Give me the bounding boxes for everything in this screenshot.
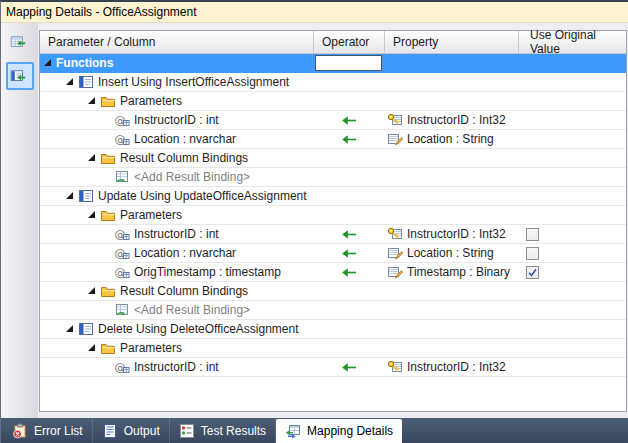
parameter-column-cell: @OrigTimestamp : timestamp [40, 263, 311, 281]
row-label: OrigTimestamp : timestamp [134, 265, 281, 279]
property-label: InstructorID : Int32 [407, 360, 506, 374]
row-label: InstructorID : int [134, 360, 219, 374]
expander-icon[interactable] [88, 154, 95, 161]
tab-output[interactable]: Output [93, 418, 170, 443]
use-original-value-cell [518, 225, 626, 243]
expander-icon[interactable] [66, 192, 73, 199]
use-original-value-cell [518, 263, 626, 281]
operator-cell [313, 111, 384, 129]
row-label: InstructorID : int [134, 113, 219, 127]
parameter-column-cell: @Location : nvarchar [40, 130, 311, 148]
parameter-column-cell: @InstructorID : int [40, 225, 311, 243]
table-row[interactable]: Update Using UpdateOfficeAssignment [40, 187, 626, 206]
tab-error-list[interactable]: Error List [3, 418, 93, 443]
operator-cell [313, 187, 384, 205]
table-row[interactable]: @InstructorID : intInstructorID : Int32 [40, 358, 626, 377]
parameter-icon: @ [114, 245, 130, 261]
table-row[interactable]: @InstructorID : intInstructorID : Int32 [40, 111, 626, 130]
expander-icon[interactable] [66, 325, 73, 332]
parameter-icon: @ [114, 264, 130, 280]
left-arrow-icon [341, 248, 357, 259]
parameter-icon: @ [114, 131, 130, 147]
table-row[interactable]: Insert Using InsertOfficeAssignment [40, 73, 626, 92]
operator-cell [313, 301, 384, 319]
error-list-icon [12, 423, 28, 439]
table-row[interactable]: @Location : nvarcharLocation : String [40, 244, 626, 263]
table-row[interactable]: @Location : nvarcharLocation : String [40, 130, 626, 149]
column-header-parameter-column: Parameter / Column [40, 31, 313, 53]
table-row[interactable]: @OrigTimestamp : timestampTimestamp : Bi… [40, 263, 626, 282]
mapping-details-window: Mapping Details - OfficeAssignment Param… [0, 0, 628, 443]
expander-icon[interactable] [66, 78, 73, 85]
folder-icon [100, 93, 116, 109]
side-toolbar [1, 23, 38, 418]
row-label: Location : nvarchar [134, 246, 236, 260]
grid-header: Parameter / Column Operator Property Use… [40, 31, 626, 54]
tab-label: Test Results [201, 424, 266, 438]
table-row[interactable]: Result Column Bindings [40, 149, 626, 168]
table-row[interactable]: Functions [40, 54, 626, 73]
stored-procedure-icon [78, 74, 94, 90]
tab-label: Mapping Details [307, 424, 393, 438]
row-label: <Add Result Binding> [134, 303, 250, 317]
scalar-property-icon [387, 131, 403, 147]
row-label: Location : nvarchar [134, 132, 236, 146]
tab-label: Error List [34, 424, 83, 438]
use-original-value-checkbox[interactable] [526, 228, 539, 241]
key-property-icon [387, 112, 403, 128]
table-row[interactable]: Parameters [40, 339, 626, 358]
property-label: InstructorID : Int32 [407, 113, 506, 127]
use-original-value-checkbox[interactable] [526, 266, 539, 279]
parameter-icon: @ [114, 359, 130, 375]
left-arrow-icon [341, 362, 357, 373]
operator-cell [313, 54, 384, 72]
row-label: <Add Result Binding> [134, 170, 250, 184]
operator-cell [313, 339, 384, 357]
scalar-property-icon [387, 264, 403, 280]
table-row[interactable]: Parameters [40, 206, 626, 225]
table-row[interactable]: Result Column Bindings [40, 282, 626, 301]
left-arrow-icon [341, 267, 357, 278]
parameter-column-cell: @InstructorID : int [40, 111, 311, 129]
expander-icon[interactable] [88, 211, 95, 218]
mapping-grid: Parameter / Column Operator Property Use… [39, 30, 627, 412]
operator-cell [313, 73, 384, 91]
parameter-icon: @ [114, 226, 130, 242]
table-row[interactable]: Parameters [40, 92, 626, 111]
operator-cell [313, 130, 384, 148]
map-entity-to-functions-button[interactable] [6, 62, 34, 90]
folder-icon [100, 340, 116, 356]
parameter-column-cell: Parameters [40, 92, 311, 110]
use-original-value-cell [518, 244, 626, 262]
expander-icon[interactable] [88, 287, 95, 294]
property-cell: Timestamp : Binary [384, 263, 518, 281]
stored-procedure-icon [78, 321, 94, 337]
use-original-value-checkbox[interactable] [526, 247, 539, 260]
parameter-column-cell: <Add Result Binding> [40, 301, 311, 319]
expander-icon[interactable] [44, 59, 51, 66]
add-binding-icon [114, 169, 130, 185]
table-row[interactable]: <Add Result Binding> [40, 301, 626, 320]
parameter-column-cell: Functions [40, 54, 311, 72]
expander-icon[interactable] [88, 97, 95, 104]
tab-label: Output [124, 424, 160, 438]
table-row[interactable]: <Add Result Binding> [40, 168, 626, 187]
row-label: Parameters [120, 94, 182, 108]
table-row[interactable]: @InstructorID : intInstructorID : Int32 [40, 225, 626, 244]
folder-icon [100, 150, 116, 166]
operator-edit-cell[interactable] [315, 55, 382, 71]
table-row[interactable]: Delete Using DeleteOfficeAssignment [40, 320, 626, 339]
property-label: Timestamp : Binary [407, 265, 510, 279]
operator-cell [313, 225, 384, 243]
tab-test-results[interactable]: Test Results [170, 418, 276, 443]
operator-cell [313, 320, 384, 338]
expander-icon[interactable] [88, 344, 95, 351]
tab-mapping-details[interactable]: Mapping Details [276, 419, 402, 443]
operator-cell [313, 149, 384, 167]
panel-title: Mapping Details - OfficeAssignment [1, 2, 628, 23]
operator-cell [313, 206, 384, 224]
bottom-tab-bar: Error ListOutputTest ResultsMapping Deta… [1, 418, 628, 443]
property-label: Location : String [407, 246, 494, 260]
map-entity-to-tables-button[interactable] [6, 28, 34, 56]
key-property-icon [387, 359, 403, 375]
